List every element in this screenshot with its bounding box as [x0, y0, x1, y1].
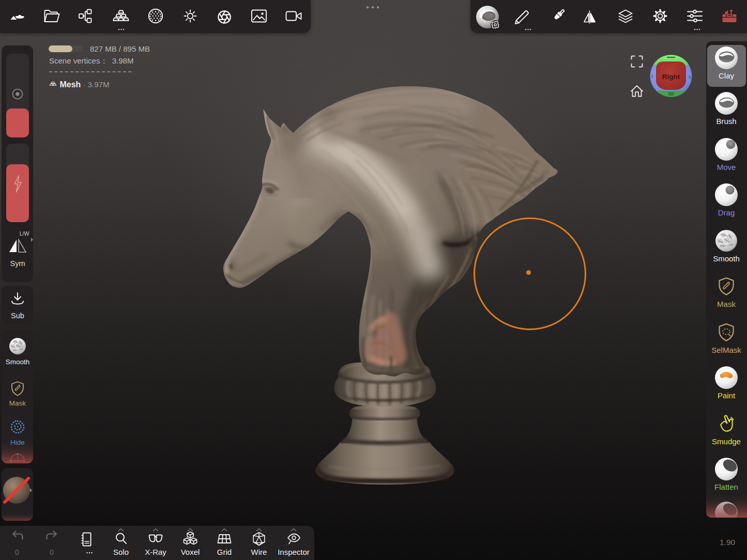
svg-text:Smooth: Smooth: [713, 254, 740, 263]
svg-text:Sub: Sub: [11, 312, 24, 320]
svg-text:SelMask: SelMask: [711, 346, 741, 354]
svg-text:L: L: [689, 74, 691, 79]
svg-text:Grid: Grid: [217, 548, 232, 556]
svg-text:Sym: Sym: [10, 259, 25, 268]
svg-text:0: 0: [15, 548, 19, 556]
svg-text:Voxel: Voxel: [181, 548, 200, 556]
svg-text:Mask: Mask: [717, 300, 736, 308]
svg-text:Right: Right: [662, 73, 680, 81]
svg-text:Flatten: Flatten: [714, 483, 738, 491]
svg-text:Smudge: Smudge: [712, 437, 741, 446]
svg-text:Solo: Solo: [113, 548, 129, 556]
svg-text:Mask: Mask: [9, 399, 26, 407]
svg-text:Drag: Drag: [718, 208, 735, 217]
svg-text:Wire: Wire: [251, 548, 267, 556]
svg-text:Move: Move: [717, 163, 736, 172]
svg-text:Paint: Paint: [718, 391, 736, 400]
svg-text:Smooth: Smooth: [6, 358, 30, 366]
svg-text:X-Ray: X-Ray: [145, 548, 166, 556]
svg-text:Brush: Brush: [716, 117, 736, 126]
svg-text:Inspector: Inspector: [278, 548, 310, 556]
svg-text:0: 0: [50, 548, 54, 556]
svg-text:L/W: L/W: [20, 230, 29, 237]
svg-text:Clay: Clay: [719, 71, 735, 80]
